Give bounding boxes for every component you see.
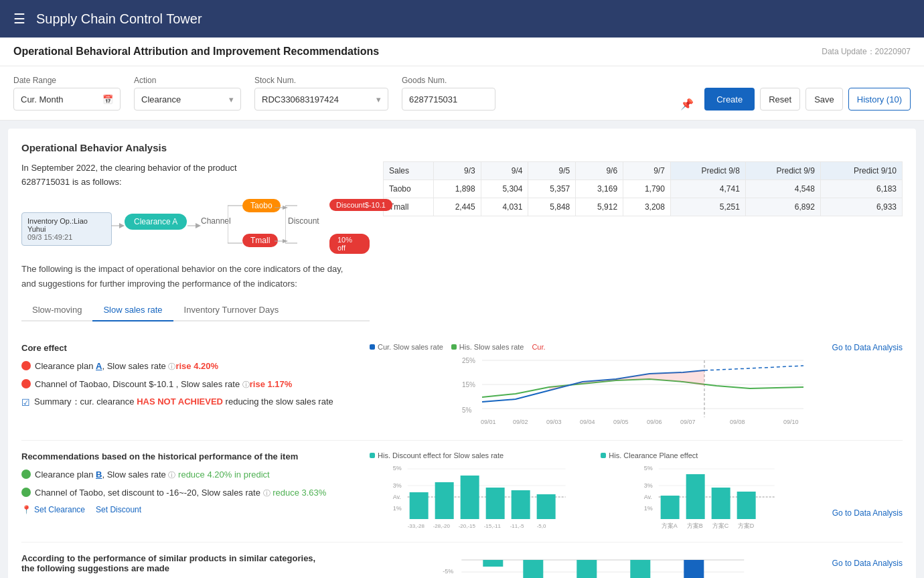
svg-text:09/03: 09/03 [546,419,562,425]
svg-text:方案A: 方案A [662,522,678,529]
rec-charts: His. Discount effect for Slow sales rate… [370,451,903,531]
date-range-label: Date Range [13,76,121,85]
set-discount-link[interactable]: Set Discount [96,505,141,514]
tab-inventory-turnover[interactable]: Inventory Turnover Days [173,299,290,321]
row-value: 5,251 [670,198,745,216]
date-range-value: Cur. Month [21,94,64,104]
history-button[interactable]: History (10) [848,88,911,111]
clearance-plane-chart: 5% 3% Av. 1% [601,462,821,529]
goods-num-input[interactable]: 6287715031 [402,88,495,111]
stock-num-select[interactable]: RDC330683197424 ▾ [254,88,388,111]
discount-tag-1: Discount$-10.1 [329,199,392,211]
tmall-tag: Tmall [242,234,278,247]
svg-text:09/05: 09/05 [613,419,629,425]
set-clearance-link[interactable]: 📍 Set Clearance [21,505,85,514]
arrow-1 [111,220,125,231]
chart1-title: His. Discount effect for Slow sales rate [370,451,504,459]
clearance-badge: Clearance A [125,214,187,230]
goods-num-group: Goods Num. 6287715031 [402,76,495,111]
svg-text:5%: 5% [462,407,472,414]
vertical-lines [228,198,248,258]
row-value: 6,183 [820,180,902,198]
svg-text:方案D: 方案D [738,522,755,529]
effect-dot-2 [21,379,31,388]
date-range-group: Date Range Cur. Month 📅 [13,76,121,111]
create-button[interactable]: Create [704,88,755,111]
svg-text:09/07: 09/07 [680,419,696,425]
row-value: 1,898 [433,180,481,198]
tab-slow-sales-rate[interactable]: Slow sales rate [92,299,173,321]
svg-rect-73 [523,560,543,578]
menu-icon[interactable]: ☰ [13,11,25,27]
tab-slow-moving[interactable]: Slow-moving [21,299,92,321]
row-value: 5,304 [481,180,528,198]
svg-rect-40 [461,476,479,519]
table-row: Taobo1,8985,3045,3573,1691,7904,7414,548… [384,180,903,198]
effect-item-1: Clearance plan A, Slow sales rate ⓘrise … [21,360,356,374]
analysis-desc: In September 2022, the clearing behavior… [21,161,370,190]
svg-rect-77 [630,560,650,578]
reset-button[interactable]: Reset [760,88,800,111]
row-value: 3,208 [623,198,671,216]
discount-tag-2: 10% off [329,234,370,254]
action-label: Action [134,76,241,85]
chevron-down-icon: ▾ [229,94,234,104]
svg-rect-38 [410,492,429,519]
info-icon-2: ⓘ [242,380,250,388]
calendar-icon: 📅 [102,94,113,104]
stock-num-group: Stock Num. RDC330683197424 ▾ [254,76,388,111]
vertical-lines-2 [285,198,305,258]
col-predict-98: Predict 9/8 [670,162,745,180]
core-effect-chart: Cur. Slow sales rate His. Slow sales rat… [370,343,903,429]
page-title-bar: Operational Behavioral Attribution and I… [0,38,924,66]
svg-rect-57 [661,496,680,519]
info-icon-rec1: ⓘ [168,471,175,479]
save-button[interactable]: Save [805,88,843,111]
inventory-date: 09/3 15:49:21 [27,233,106,241]
col-sales: Sales [384,162,434,180]
svg-rect-41 [486,488,505,519]
row-value: 6,892 [745,198,820,216]
rec-item-1: Clearance plan B, Slow sales rate ⓘ redu… [21,468,356,482]
row-value: 5,357 [528,180,576,198]
goto-data-analysis-2[interactable]: Go to Data Analysis [832,508,903,518]
chart2-title: His. Clearance Plane effect [601,451,698,459]
col-93: 9/3 [433,162,481,180]
rec-action-links: 📍 Set Clearance Set Discount [21,505,356,514]
svg-text:-20,-15: -20,-15 [459,523,476,529]
svg-text:-33,-28: -33,-28 [408,523,425,529]
svg-text:09/01: 09/01 [481,419,496,425]
info-icon-1: ⓘ [168,362,175,370]
date-range-input[interactable]: Cur. Month 📅 [13,88,121,111]
svg-text:-5,0: -5,0 [537,523,546,529]
svg-text:-15,-11: -15,-11 [484,523,502,529]
svg-text:方案C: 方案C [712,522,729,529]
slow-sales-chart: 25% 15% 5% [370,354,903,427]
sales-table: Sales 9/3 9/4 9/5 9/6 9/7 Predict 9/8 Pr… [383,161,903,216]
divider-1 [21,440,903,441]
channel-label: Channel [201,216,231,226]
goods-num-label: Goods Num. [402,76,495,85]
svg-rect-75 [576,560,597,578]
action-value: Clearance [141,94,181,104]
svg-marker-3 [196,223,201,228]
row-value: 2,445 [433,198,481,216]
legend-cur-dot [370,344,375,350]
svg-rect-43 [537,494,556,519]
rec-left: Recommendations based on the historical … [21,451,356,531]
rec-item-2: Channel of Taobo, set discount to -16~-2… [21,486,356,500]
similar-chart: -5% -15% -25% [370,553,903,578]
stock-chevron-icon: ▾ [376,94,381,104]
similar-bar-chart-container: -5% -15% -25% [370,553,824,578]
pin-icon[interactable]: 📌 [680,98,694,111]
rec-dot-1 [21,469,31,479]
location-icon-1: 📍 [21,505,31,514]
row-value: 4,031 [481,198,528,216]
stock-num-label: Stock Num. [254,76,388,85]
app-header: ☰ Supply Chain Control Tower [0,0,924,38]
goto-data-analysis-3[interactable]: Go to Data Analysis [832,559,903,568]
goto-data-analysis-1[interactable]: Go to Data Analysis [832,343,903,352]
operational-analysis-section: Operational Behavior Analysis In Septemb… [21,142,903,578]
svg-text:Av.: Av. [393,494,401,500]
action-select[interactable]: Clearance ▾ [134,88,241,111]
